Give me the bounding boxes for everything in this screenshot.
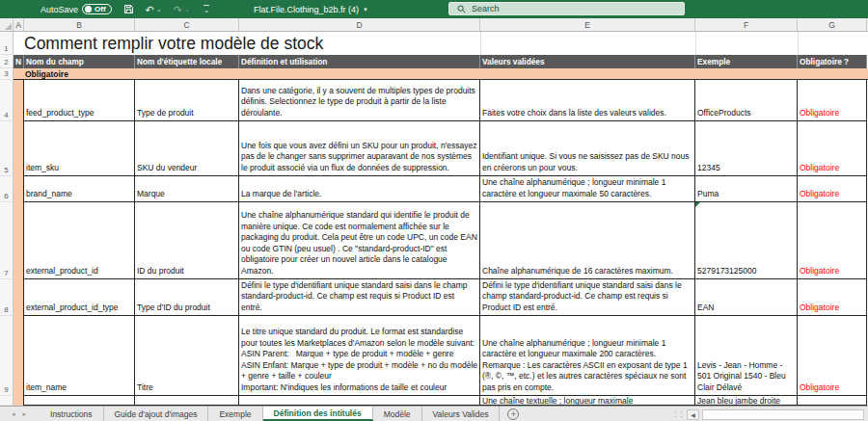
cell-field-name[interactable]: external_product_id (24, 202, 135, 279)
cell-example[interactable]: EAN (695, 279, 798, 316)
quick-access-menu-button[interactable]: ⌄ (202, 5, 210, 14)
row-header-1[interactable]: 1 (0, 32, 14, 55)
cell-example[interactable]: 12345 (695, 121, 798, 176)
column-header-c[interactable]: C (135, 18, 239, 31)
row-header-10[interactable] (0, 396, 14, 406)
cell-local-label[interactable]: Type d'ID du produit (135, 279, 239, 316)
header-cell-field[interactable]: Nom du champ (24, 55, 135, 68)
search-input[interactable]: Search (448, 2, 685, 15)
cell-local-label[interactable]: ID du produit (135, 202, 239, 279)
cell-valid-values[interactable]: Chaîne alphanumérique de 16 caractères m… (480, 202, 695, 279)
gridline (480, 32, 481, 55)
cell-required[interactable]: Obligatoire (798, 279, 867, 316)
cell-required[interactable]: Obligatoire (798, 176, 867, 202)
row-1: 1 Comment remplir votre modèle de stock (0, 32, 868, 55)
cell-field-name[interactable]: external_product_id_type (24, 279, 135, 316)
row-header-5[interactable]: 5 (0, 121, 14, 176)
header-cell-definition[interactable]: Définition et utilisation (239, 55, 480, 68)
tab-scroll-left-icon[interactable]: ◂ (12, 410, 15, 418)
cell-required[interactable]: Obligatoire (798, 316, 867, 396)
row-header-9[interactable]: 9 (0, 316, 14, 396)
cell-valid-values[interactable]: Une chaîne alphanumérique ; longueur min… (480, 176, 695, 202)
cell-definition[interactable]: Dans une catégorie, il y a souvent de mu… (239, 80, 480, 121)
excel-window: AutoSave Off ↶ ⌄ ↷ ⌄ ⌄ Flat.File.Clothin… (0, 0, 868, 421)
scroll-left-arrow-icon[interactable]: ◀ (687, 409, 699, 420)
cell-field-name[interactable]: brand_name (24, 176, 135, 202)
cell-required[interactable]: Obligatoire (798, 80, 867, 121)
header-cell-local-label[interactable]: Nom d'étiquette locale (135, 55, 239, 68)
row-header-7[interactable]: 7 (0, 202, 14, 279)
row-header-8[interactable]: 8 (0, 279, 14, 316)
cell-definition[interactable]: Une fois que vous avez défini un SKU pou… (239, 121, 480, 176)
cell-valid-values[interactable]: Une chaîne alphanumérique ; longueur min… (480, 316, 695, 396)
scrollbar-drag-handle[interactable]: ⋮⋮ (672, 410, 684, 418)
sheet-title-cell[interactable]: Comment remplir votre modèle de stock (14, 32, 868, 55)
autosave-toggle[interactable]: AutoSave Off (41, 4, 112, 14)
cell-definition[interactable]: Défini le type d'identifiant unique stan… (239, 279, 480, 316)
cell-example[interactable]: Levis - Jean - Homme - 501 Original 1540… (695, 316, 798, 396)
add-sheet-button[interactable]: + (507, 408, 519, 420)
cell-local-label[interactable]: Titre (135, 316, 239, 396)
cell-definition[interactable]: Le titre unique standard du produit. Le … (239, 316, 480, 396)
row-header-6[interactable]: 6 (0, 176, 14, 202)
cell-definition[interactable]: La marque de l'article. (239, 176, 480, 202)
cell-field-name[interactable]: item_sku (24, 121, 135, 176)
cell-valid-values[interactable]: Identifiant unique. Si vous ne saisissez… (480, 121, 695, 176)
save-button[interactable] (123, 4, 134, 14)
cell-field-name[interactable] (24, 396, 135, 406)
chevron-down-icon: ⌄ (184, 6, 190, 13)
scrollbar-track[interactable] (702, 409, 864, 420)
column-header-g[interactable]: G (798, 18, 867, 31)
section-header-cell[interactable]: Obligatoire (14, 68, 868, 80)
redo-button[interactable]: ↷ ⌄ (174, 5, 190, 14)
column-header-f[interactable]: F (695, 18, 798, 31)
cell-example[interactable]: OfficeProducts (695, 80, 798, 121)
cell-example[interactable]: 5279173125000 (695, 202, 798, 279)
sheet-tab-definition-intitules[interactable]: Définition des intitulés (263, 407, 373, 421)
cell-field-name[interactable]: feed_product_type (24, 80, 135, 121)
error-check-triangle (695, 202, 700, 207)
undo-button[interactable]: ↶ ⌄ (146, 5, 162, 14)
row-header-4[interactable]: 4 (0, 80, 14, 121)
header-cell-valid-values[interactable]: Valeurs validées (480, 55, 695, 68)
horizontal-scrollbar: ⋮⋮ ◀ (672, 408, 864, 420)
cell-field-name[interactable]: item_name (24, 316, 135, 396)
cell-local-label[interactable]: Marque (135, 176, 239, 202)
cell-example[interactable]: Jean bleu jambe droite (695, 396, 798, 406)
header-cell-a[interactable]: N (14, 55, 24, 68)
header-cell-example[interactable]: Exemple (695, 55, 798, 68)
chevron-down-icon: ⌄ (156, 6, 162, 13)
column-header-b[interactable]: B (24, 18, 135, 31)
sheet-tab-valeurs-valides[interactable]: Valeurs Valides (422, 407, 501, 421)
sheet-tab-guide-images[interactable]: Guide d'ajout d'images (104, 407, 209, 421)
column-header-d[interactable]: D (239, 18, 480, 31)
cell-local-label[interactable]: Type de produit (135, 80, 239, 121)
tab-scroll-right-icon[interactable]: ▸ (23, 410, 27, 418)
cell-required[interactable] (798, 396, 867, 406)
select-all-button[interactable] (0, 18, 14, 31)
redo-icon: ↷ (174, 5, 182, 14)
document-title[interactable]: Flat.File.Clothing_b2b.fr (4) ▼ (254, 0, 368, 18)
column-header-e[interactable]: E (480, 18, 695, 31)
column-header-a[interactable]: A (14, 18, 24, 31)
cell-required[interactable]: Obligatoire (798, 202, 867, 279)
sheet-tab-instructions[interactable]: Instructions (40, 407, 103, 421)
toggle-dot-icon (85, 6, 92, 13)
sheet-tab-modele[interactable]: Modèle (373, 407, 422, 421)
row-header-2[interactable]: 2 (0, 55, 14, 68)
cell-valid-values[interactable]: Faites votre choix dans la liste des val… (480, 80, 695, 121)
header-cell-required[interactable]: Obligatoire ? (798, 55, 867, 68)
sheet-tab-exemple[interactable]: Exemple (208, 407, 262, 421)
cell-local-label[interactable] (135, 396, 239, 406)
cell-valid-values[interactable]: Une chaîne textuelle ; longueur maximale (480, 396, 695, 406)
sheet-tab-bar: ◂ ▸ Instructions Guide d'ajout d'images … (0, 406, 868, 421)
autosave-state: Off (95, 5, 106, 13)
cell-valid-values[interactable]: Défini le type d'identifiant unique stan… (480, 279, 695, 316)
cell-definition[interactable] (239, 396, 480, 406)
cell-required[interactable]: Obligatoire (798, 121, 867, 176)
cell-example[interactable]: Puma (695, 176, 798, 202)
row-header-3[interactable]: 3 (0, 68, 14, 80)
cell-local-label[interactable]: SKU du vendeur (135, 121, 239, 176)
section-color-strip (14, 396, 24, 406)
cell-definition[interactable]: Une chaîne alphanumérique standard qui i… (239, 202, 480, 279)
